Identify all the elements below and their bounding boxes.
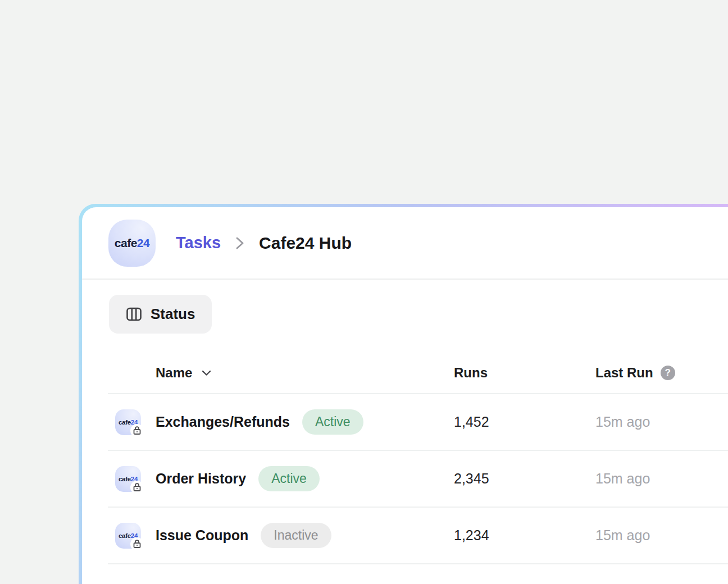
table-header-row: Name Runs Last Run ? xyxy=(82,334,728,393)
avatar-text-prefix: cafe xyxy=(119,419,131,426)
column-header-name[interactable]: Name xyxy=(115,365,454,381)
card-header: cafe24 Tasks Cafe24 Hub xyxy=(82,207,728,279)
column-header-last-run: Last Run ? xyxy=(595,365,728,381)
cafe24-lock-avatar: cafe24 xyxy=(115,409,141,435)
runs-value: 1,452 xyxy=(454,414,595,430)
last-run-column-label: Last Run xyxy=(595,365,653,381)
cafe24-logo: cafe24 xyxy=(108,220,156,267)
logo-text-suffix: 24 xyxy=(137,236,149,250)
lock-icon xyxy=(130,537,144,551)
lock-icon xyxy=(130,424,144,437)
lock-icon xyxy=(130,481,144,494)
avatar-text-prefix: cafe xyxy=(119,532,131,539)
logo-text-prefix: cafe xyxy=(115,236,137,250)
page-title: Cafe24 Hub xyxy=(259,234,352,253)
status-button-label: Status xyxy=(151,305,195,323)
avatar-text-prefix: cafe xyxy=(119,476,131,482)
table-row[interactable]: cafe24 Exchanges/Refunds Active 1,452 xyxy=(82,394,728,450)
chevron-down-icon xyxy=(202,370,211,376)
task-name: Order History xyxy=(156,471,246,487)
task-name-cell: cafe24 Issue Coupon Inactive xyxy=(115,523,454,549)
breadcrumb-tasks-link[interactable]: Tasks xyxy=(176,234,221,252)
last-run-value: 15m ago xyxy=(595,414,728,430)
table-divider xyxy=(108,563,728,564)
columns-icon xyxy=(126,306,142,322)
name-column-label: Name xyxy=(156,365,192,381)
column-header-runs: Runs xyxy=(454,365,595,381)
task-name: Exchanges/Refunds xyxy=(156,414,290,430)
tasks-card-body: cafe24 Tasks Cafe24 Hub xyxy=(82,207,728,584)
runs-value: 2,345 xyxy=(454,471,595,487)
cafe24-lock-avatar: cafe24 xyxy=(115,523,141,549)
task-name: Issue Coupon xyxy=(156,527,248,544)
status-filter-button[interactable]: Status xyxy=(109,295,212,334)
tasks-card: cafe24 Tasks Cafe24 Hub xyxy=(79,204,728,584)
question-mark-icon[interactable]: ? xyxy=(661,366,675,380)
task-name-cell: cafe24 Order History Active xyxy=(115,466,454,492)
tasks-table: Name Runs Last Run ? cafe24 xyxy=(82,334,728,564)
status-badge: Active xyxy=(258,466,320,491)
table-row[interactable]: cafe24 Order History Active 2,345 15m xyxy=(82,451,728,507)
runs-column-label: Runs xyxy=(454,365,488,381)
status-badge: Inactive xyxy=(261,523,331,548)
status-badge: Active xyxy=(302,409,363,435)
table-row[interactable]: cafe24 Issue Coupon Inactive 1,234 15 xyxy=(82,508,728,563)
runs-value: 1,234 xyxy=(454,527,595,544)
cafe24-lock-avatar: cafe24 xyxy=(115,466,141,492)
toolbar: Status xyxy=(82,280,728,334)
last-run-value: 15m ago xyxy=(595,471,728,487)
breadcrumb: Tasks Cafe24 Hub xyxy=(176,234,352,253)
task-name-cell: cafe24 Exchanges/Refunds Active xyxy=(115,409,454,435)
breadcrumb-chevron-icon xyxy=(234,235,245,252)
last-run-value: 15m ago xyxy=(595,527,728,544)
